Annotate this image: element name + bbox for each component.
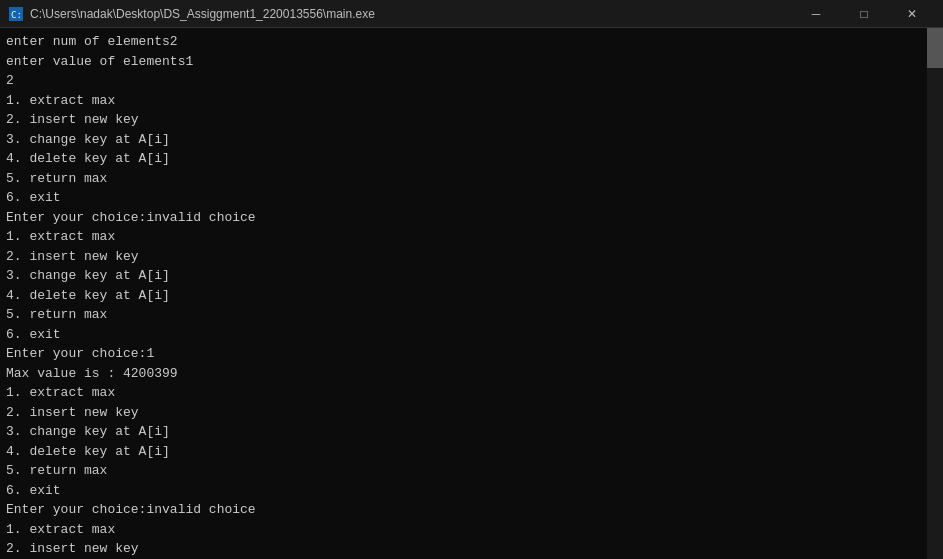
console-line: 1. extract max [6,383,919,403]
console-line: 1. extract max [6,91,919,111]
console-line: 4. delete key at A[i] [6,442,919,462]
maximize-button[interactable]: □ [841,0,887,28]
console-line: enter num of elements2 [6,32,919,52]
console-line: 4. delete key at A[i] [6,149,919,169]
console-line: 2 [6,71,919,91]
console-line: 6. exit [6,325,919,345]
console-line: 4. delete key at A[i] [6,286,919,306]
scrollbar[interactable] [927,28,943,559]
console-line: 6. exit [6,481,919,501]
console-area[interactable]: enter num of elements2enter value of ele… [0,28,943,559]
svg-text:C:: C: [11,10,22,20]
window: C: C:\Users\nadak\Desktop\DS_Assiggment1… [0,0,943,559]
terminal-icon: C: [8,6,24,22]
console-content: enter num of elements2enter value of ele… [6,32,937,559]
console-line: 6. exit [6,188,919,208]
console-line: 1. extract max [6,520,919,540]
close-button[interactable]: ✕ [889,0,935,28]
console-line: 5. return max [6,305,919,325]
title-bar-text: C:\Users\nadak\Desktop\DS_Assiggment1_22… [30,7,793,21]
console-line: 2. insert new key [6,403,919,423]
console-line: 2. insert new key [6,110,919,130]
title-bar: C: C:\Users\nadak\Desktop\DS_Assiggment1… [0,0,943,28]
console-line: Enter your choice:1 [6,344,919,364]
console-line: 2. insert new key [6,247,919,267]
console-line: Enter your choice:invalid choice [6,208,919,228]
minimize-button[interactable]: ─ [793,0,839,28]
console-line: 5. return max [6,461,919,481]
console-line: 5. return max [6,169,919,189]
console-line: Max value is : 4200399 [6,364,919,384]
console-line: Enter your choice:invalid choice [6,500,919,520]
console-line: 3. change key at A[i] [6,130,919,150]
console-line: 1. extract max [6,227,919,247]
console-line: enter value of elements1 [6,52,919,72]
console-line: 2. insert new key [6,539,919,559]
console-line: 3. change key at A[i] [6,422,919,442]
console-line: 3. change key at A[i] [6,266,919,286]
title-bar-controls: ─ □ ✕ [793,0,935,28]
scrollbar-thumb[interactable] [927,28,943,68]
